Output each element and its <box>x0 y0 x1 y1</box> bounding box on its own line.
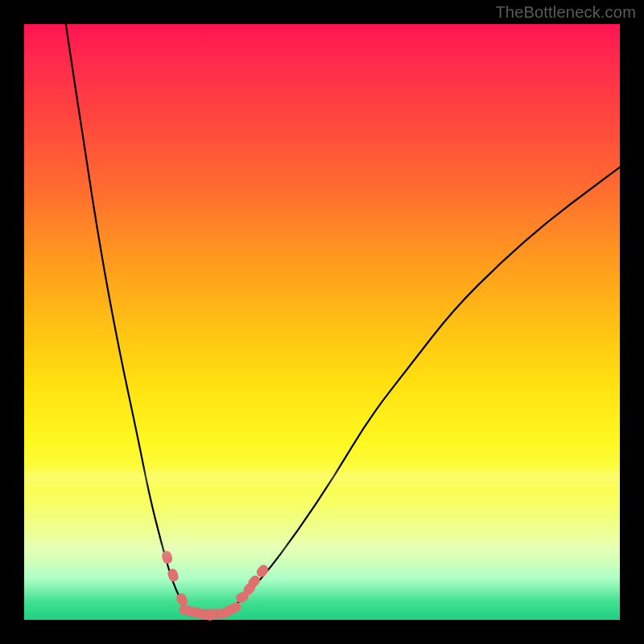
svg-rect-2 <box>175 592 189 608</box>
watermark-text: TheBottleneck.com <box>495 3 636 22</box>
outer-frame: TheBottleneck.com <box>0 0 644 644</box>
svg-rect-0 <box>161 550 174 565</box>
curve-marker <box>175 592 189 608</box>
curve-marker <box>217 601 242 620</box>
bottleneck-curve <box>66 24 620 614</box>
plot-area <box>24 24 620 620</box>
marker-layer <box>161 550 270 621</box>
svg-rect-6 <box>217 601 242 620</box>
curve-marker <box>161 550 174 565</box>
chart-svg <box>24 24 620 620</box>
